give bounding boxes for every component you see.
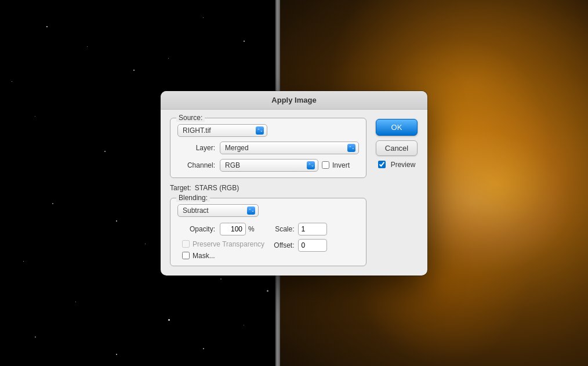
blending-mode-select[interactable]: Subtract [177, 204, 259, 217]
invert-checkbox[interactable] [322, 161, 329, 169]
preserve-transparency-checkbox[interactable] [182, 240, 190, 248]
target-row: Target: STARS (RGB) [170, 184, 366, 192]
preserve-transparency-row: Preserve Transparency [182, 240, 268, 248]
opacity-unit: % [248, 225, 255, 233]
source-select-wrapper: RIGHT.tif [177, 124, 267, 137]
cancel-button[interactable]: Cancel [376, 140, 418, 156]
mask-row: Mask... [182, 252, 268, 260]
channel-select-wrapper: RGB [220, 159, 318, 172]
invert-label[interactable]: Invert [322, 161, 350, 169]
preserve-transparency-text: Preserve Transparency [193, 240, 264, 248]
preview-row: Preview [378, 161, 416, 169]
preserve-transparency-label[interactable]: Preserve Transparency [182, 240, 268, 248]
mask-label[interactable]: Mask... [182, 252, 268, 260]
dialog-right-panel: OK Cancel Preview [373, 118, 420, 266]
blending-mode-row: Subtract [177, 204, 359, 217]
dialog-titlebar: Apply Image [161, 91, 427, 110]
channel-label: Channel: [177, 161, 215, 169]
blending-left: Opacity: % Preserve Transparency [177, 223, 268, 260]
target-value: STARS (RGB) [195, 184, 239, 192]
blending-right: Scale: Offset: [268, 223, 360, 252]
dialog-left-panel: Source: RIGHT.tif Layer: [170, 118, 366, 266]
offset-row: Offset: [268, 239, 360, 252]
mask-text: Mask... [193, 252, 215, 260]
target-label: Target: [170, 184, 191, 192]
channel-select[interactable]: RGB [220, 159, 318, 172]
offset-input[interactable] [298, 239, 327, 252]
layer-select-wrapper: Merged [220, 142, 359, 154]
preview-label: Preview [391, 161, 416, 169]
scale-row: Scale: [268, 223, 360, 235]
blending-mode-select-wrapper: Subtract [177, 204, 259, 217]
source-group-label: Source: [176, 114, 205, 122]
scale-label: Scale: [268, 225, 295, 233]
offset-label: Offset: [268, 241, 295, 249]
opacity-input[interactable] [220, 223, 246, 235]
dialog-title: Apply Image [271, 96, 316, 104]
source-select[interactable]: RIGHT.tif [177, 124, 267, 137]
layer-select[interactable]: Merged [220, 142, 359, 154]
source-row: RIGHT.tif [177, 124, 359, 137]
channel-row: Channel: RGB Invert [177, 159, 359, 172]
scale-input[interactable] [298, 223, 327, 235]
blending-options-row: Opacity: % Preserve Transparency [177, 223, 359, 260]
apply-image-dialog: Apply Image Source: RIGHT.tif [161, 91, 427, 276]
layer-label: Layer: [177, 144, 215, 152]
invert-text: Invert [332, 161, 350, 169]
blending-section: Blending: Subtract Opacity: [170, 198, 366, 266]
preview-checkbox[interactable] [378, 161, 386, 168]
ok-button[interactable]: OK [376, 119, 418, 136]
blending-group-label: Blending: [176, 194, 210, 202]
source-group: Source: RIGHT.tif Layer: [170, 118, 366, 178]
mask-checkbox[interactable] [182, 252, 190, 259]
layer-row: Layer: Merged [177, 142, 359, 154]
opacity-row: Opacity: % [177, 223, 268, 235]
opacity-label: Opacity: [177, 225, 215, 233]
